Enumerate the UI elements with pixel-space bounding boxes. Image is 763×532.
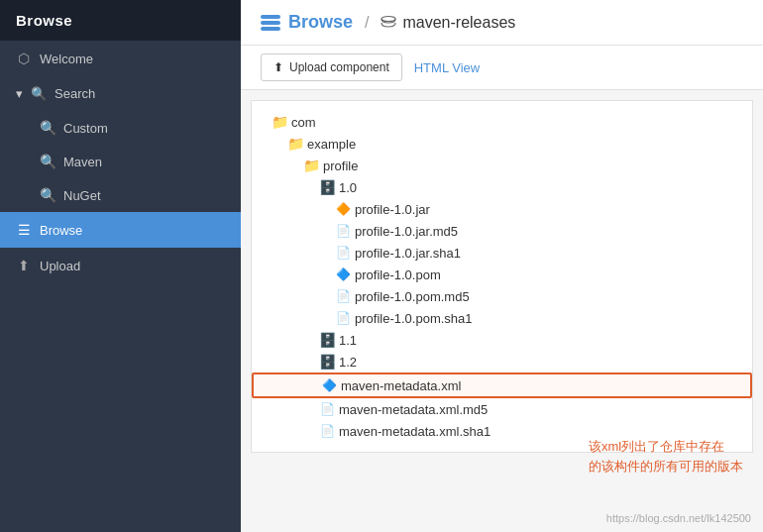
tree-label: example bbox=[307, 137, 356, 152]
tree-label: maven-metadata.xml.sha1 bbox=[339, 424, 490, 439]
tree-node-profile-pom-sha1[interactable]: 📄 profile-1.0.pom.sha1 bbox=[252, 307, 752, 329]
tree-label: maven-metadata.xml bbox=[341, 378, 461, 393]
tree-label: 1.0 bbox=[339, 180, 357, 195]
tree-node-profile-jar-sha1[interactable]: 📄 profile-1.0.jar.sha1 bbox=[252, 242, 752, 264]
annotation-line2: 的该构件的所有可用的版本 bbox=[589, 457, 743, 477]
upload-icon: ⬆ bbox=[273, 60, 283, 74]
tree-label: com bbox=[291, 115, 316, 130]
upload-icon: ⬆ bbox=[16, 258, 32, 273]
tree-node-com[interactable]: 📁 com bbox=[252, 111, 752, 133]
sidebar-item-label: NuGet bbox=[63, 188, 101, 203]
tree-node-profile[interactable]: 📁 profile bbox=[252, 155, 752, 176]
search-icon: 🔍 bbox=[40, 154, 55, 169]
md5-icon: 📄 bbox=[335, 223, 351, 239]
search-icon: 🔍 bbox=[40, 120, 55, 136]
xml-icon: 🔷 bbox=[321, 377, 337, 393]
tree-node-profile-pom[interactable]: 🔷 profile-1.0.pom bbox=[252, 264, 752, 285]
tree-node-v11[interactable]: 🗄️ 1.1 bbox=[252, 329, 752, 351]
jar-folder-icon: 🗄️ bbox=[319, 179, 335, 195]
tree-label: profile bbox=[323, 159, 358, 173]
database-icon bbox=[261, 13, 280, 33]
repo-icon bbox=[381, 15, 396, 31]
tree-label: 1.1 bbox=[339, 333, 357, 348]
chevron-down-icon: ▾ bbox=[16, 86, 23, 101]
tree-label: profile-1.0.pom bbox=[355, 267, 441, 282]
html-view-label: HTML View bbox=[414, 60, 480, 75]
repo-label: maven-releases bbox=[381, 14, 515, 32]
tree-node-v12[interactable]: 🗄️ 1.2 bbox=[252, 351, 752, 372]
html-view-button[interactable]: HTML View bbox=[414, 60, 480, 75]
main-header: Browse / maven-releases bbox=[241, 0, 763, 46]
hexagon-icon: ⬡ bbox=[16, 51, 32, 66]
sidebar-header: Browse bbox=[0, 0, 241, 41]
jar-folder-icon: 🗄️ bbox=[319, 354, 335, 370]
page-title: Browse bbox=[288, 12, 353, 33]
tree-node-example[interactable]: 📁 example bbox=[252, 133, 752, 155]
sha-icon: 📄 bbox=[335, 310, 351, 326]
tree-node-profile-jar[interactable]: 🔶 profile-1.0.jar bbox=[252, 198, 752, 220]
sidebar-item-browse[interactable]: ☰ Browse bbox=[0, 212, 241, 248]
repo-name: maven-releases bbox=[402, 14, 515, 32]
upload-label: Upload component bbox=[289, 60, 389, 74]
sidebar-item-label: Welcome bbox=[40, 52, 93, 66]
tree-label: profile-1.0.jar.sha1 bbox=[355, 246, 461, 261]
sidebar-item-label: Upload bbox=[40, 259, 80, 273]
sidebar-item-label: Maven bbox=[63, 155, 102, 169]
sidebar-item-upload[interactable]: ⬆ Upload bbox=[0, 248, 241, 283]
tree-label: profile-1.0.pom.md5 bbox=[355, 289, 470, 304]
breadcrumb-separator: / bbox=[365, 14, 369, 32]
svg-point-0 bbox=[382, 16, 395, 21]
sidebar-title: Browse bbox=[16, 12, 72, 29]
sidebar-item-label: Search bbox=[54, 86, 95, 101]
md5-icon: 📄 bbox=[319, 401, 335, 417]
pom-icon: 🔷 bbox=[335, 266, 351, 282]
tree-node-profile-jar-md5[interactable]: 📄 profile-1.0.jar.md5 bbox=[252, 220, 752, 242]
tree-node-profile-pom-md5[interactable]: 📄 profile-1.0.pom.md5 bbox=[252, 285, 752, 307]
search-icon: 🔍 bbox=[40, 187, 55, 203]
tree-label: profile-1.0.jar bbox=[355, 202, 430, 217]
tree-label: maven-metadata.xml.md5 bbox=[339, 402, 488, 417]
tree-node-maven-metadata-sha1[interactable]: 📄 maven-metadata.xml.sha1 bbox=[252, 420, 752, 442]
sidebar-item-label: Custom bbox=[63, 121, 108, 136]
sidebar-item-nuget[interactable]: 🔍 NuGet bbox=[0, 178, 241, 212]
sidebar-item-welcome[interactable]: ⬡ Welcome bbox=[0, 41, 241, 76]
watermark: https://blog.csdn.net/lk142500 bbox=[606, 512, 751, 524]
tree-node-maven-metadata[interactable]: 🔷 maven-metadata.xml bbox=[252, 372, 752, 398]
search-icon: 🔍 bbox=[31, 86, 47, 101]
sidebar: Browse ⬡ Welcome ▾ 🔍 Search 🔍 Custom 🔍 M… bbox=[0, 0, 241, 532]
upload-component-button[interactable]: ⬆ Upload component bbox=[261, 53, 402, 81]
md5-icon: 📄 bbox=[335, 288, 351, 304]
folder-icon: 📁 bbox=[303, 158, 319, 173]
jar-icon: 🔶 bbox=[335, 201, 351, 217]
file-tree: 📁 com 📁 example 📁 profile 🗄️ 1.0 bbox=[251, 100, 753, 453]
folder-icon: 📁 bbox=[287, 136, 303, 152]
sha-icon: 📄 bbox=[319, 423, 335, 439]
browse-icon: ☰ bbox=[16, 222, 32, 238]
sha-icon: 📄 bbox=[335, 245, 351, 261]
tree-node-v10[interactable]: 🗄️ 1.0 bbox=[252, 176, 752, 198]
tree-label: 1.2 bbox=[339, 355, 357, 370]
sidebar-item-label: Browse bbox=[40, 223, 82, 238]
folder-icon: 📁 bbox=[272, 114, 287, 130]
tree-label: profile-1.0.pom.sha1 bbox=[355, 311, 473, 326]
toolbar: ⬆ Upload component HTML View bbox=[241, 46, 763, 90]
tree-label: profile-1.0.jar.md5 bbox=[355, 224, 458, 239]
sidebar-item-search[interactable]: ▾ 🔍 Search bbox=[0, 76, 241, 111]
jar-folder-icon: 🗄️ bbox=[319, 332, 335, 348]
tree-node-maven-metadata-md5[interactable]: 📄 maven-metadata.xml.md5 bbox=[252, 398, 752, 420]
sidebar-item-custom[interactable]: 🔍 Custom bbox=[0, 111, 241, 145]
sidebar-item-maven[interactable]: 🔍 Maven bbox=[0, 145, 241, 178]
main-panel: Browse / maven-releases ⬆ Upload compone… bbox=[241, 0, 763, 532]
